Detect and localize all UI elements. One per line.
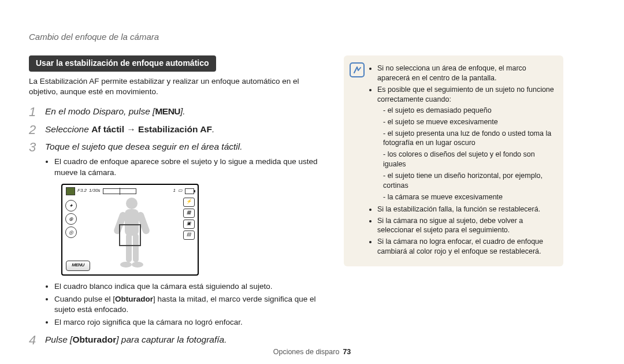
step-2-bold2: Estabilización AF (138, 124, 212, 134)
camera-count: 1 (173, 188, 176, 194)
step-2: Seleccione Af táctil → Estabilización AF… (29, 124, 321, 136)
camera-topbar: F3.2 1/30s 1 ▭ (66, 187, 194, 195)
svg-point-7 (132, 262, 143, 268)
camera-preview: F3.2 1/30s 1 ▭ ✦ ⊕ ◎ (61, 184, 199, 276)
note-1: Si no selecciona un área de enfoque, el … (377, 64, 555, 83)
step-2-post: . (212, 124, 214, 134)
note-list: Si no selecciona un área de enfoque, el … (352, 64, 555, 257)
step-3-sub-list-2: El cuadro blanco indica que la cámara es… (45, 281, 321, 328)
step-1-pre: En el modo Disparo, pulse [ (45, 106, 155, 116)
step-4-bold: Obturador (72, 335, 116, 344)
note-2f: la cámara se mueve excesivamente (383, 192, 555, 202)
step-3-text: Toque el sujeto que desea seguir en el á… (45, 142, 243, 151)
svg-point-6 (120, 262, 132, 268)
camera-option-3-icon: ◎ (65, 226, 77, 238)
page-footer: Opciones de disparo73 (0, 347, 624, 357)
step-3-sub-3: Cuando pulse el [Obturador] hasta la mit… (54, 294, 321, 315)
svg-point-0 (126, 198, 138, 209)
camera-option-1-icon: ✦ (65, 200, 77, 211)
size-icon: ▦ (183, 209, 195, 218)
note-2b: el sujeto se mueve excesivamente (383, 117, 555, 127)
note-2a: el sujeto es demasiado pequeño (383, 106, 555, 116)
step-3-sub-1: El cuadro de enfoque aparece sobre el su… (54, 157, 321, 177)
note-2d: los colores o diseños del sujeto y el fo… (383, 150, 555, 169)
sd-card-icon: ▭ (178, 188, 183, 194)
mode-thumb-icon (66, 187, 75, 195)
step-3-sub-list: El cuadro de enfoque aparece sobre el su… (45, 157, 321, 177)
step-3-sub-2: El cuadro blanco indica que la cámara es… (54, 281, 321, 292)
camera-fstop: F3.2 (77, 188, 87, 194)
note-2-sublist: el sujeto es demasiado pequeño el sujeto… (377, 106, 555, 202)
flash-icon: ⚡ (183, 198, 195, 207)
camera-menu-button[interactable]: MENU (66, 261, 90, 271)
step-4: Pulse [Obturador] para capturar la fotog… (29, 334, 321, 346)
step-1-post: ]. (180, 106, 185, 116)
step-2-pre: Seleccione (45, 124, 91, 134)
exposure-scale-icon (103, 188, 136, 194)
note-box: Si no selecciona un área de enfoque, el … (344, 55, 563, 266)
note-3: Si la estabilización falla, la función s… (377, 205, 555, 214)
camera-option-2-icon: ⊕ (65, 213, 77, 225)
note-2-text: Es posible que el seguimiento de un suje… (377, 86, 554, 103)
note-icon (350, 62, 365, 77)
step-4-post: ] para capturar la fotografía. (116, 335, 226, 344)
step-3-sub-3-bold: Obturador (115, 295, 153, 303)
step-3: Toque el sujeto que desea seguir en el á… (29, 141, 321, 328)
arrow-icon: → (124, 124, 138, 134)
note-5: Si la cámara no logra enfocar, el cuadro… (377, 237, 555, 257)
left-column: Usar la estabilización de enfoque automá… (29, 55, 321, 351)
step-1: En el modo Disparo, pulse [MENU]. (29, 106, 321, 118)
note-2: Es posible que el seguimiento de un suje… (377, 85, 555, 202)
step-2-bold1: Af táctil (91, 124, 124, 134)
metering-icon: ▣ (183, 220, 195, 229)
note-2e: el sujeto tiene un diseño horizontal, po… (383, 171, 555, 191)
note-4: Si la cámara no sigue al sujeto, debe vo… (377, 216, 555, 236)
camera-right-icons: ⚡ ▦ ▣ ▤ (183, 198, 195, 240)
menu-key-icon: MENU (155, 106, 180, 116)
focus-box (119, 224, 141, 246)
footer-page-number: 73 (343, 348, 351, 356)
note-2c: el sujeto presenta una luz de fondo o us… (383, 129, 555, 148)
drive-icon: ▤ (183, 231, 195, 240)
intro-text: La Estabilización AF permite estabilizar… (29, 76, 321, 97)
page-header: Cambio del enfoque de la cámara (29, 31, 595, 43)
right-column: Si no selecciona un área de enfoque, el … (344, 55, 563, 351)
steps-list: En el modo Disparo, pulse [MENU]. Selecc… (29, 106, 321, 346)
step-3-sub-3-pre: Cuando pulse el [ (54, 295, 115, 303)
section-heading: Usar la estabilización de enfoque automá… (29, 55, 216, 72)
camera-left-icons: ✦ ⊕ ◎ (65, 200, 77, 238)
step-4-pre: Pulse [ (45, 335, 72, 344)
footer-section: Opciones de disparo (273, 348, 340, 356)
battery-icon (185, 188, 194, 194)
camera-shutter: 1/30s (89, 188, 101, 194)
step-3-sub-4: El marco rojo significa que la cámara no… (54, 317, 321, 328)
